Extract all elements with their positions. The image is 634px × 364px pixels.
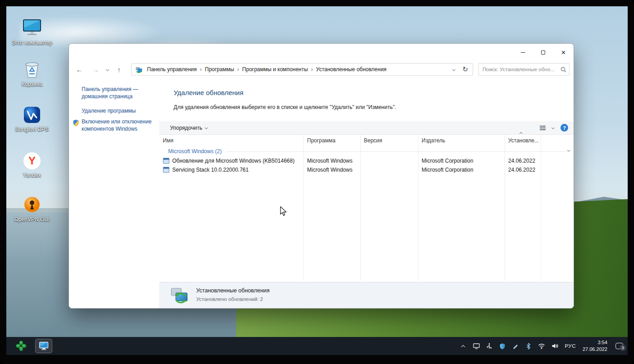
column-name[interactable]: Имя xyxy=(159,135,303,146)
chevron-up-icon xyxy=(461,345,465,348)
update-item-icon xyxy=(163,167,170,173)
update-installed-date: 24.06.2022 xyxy=(508,165,540,174)
minimize-button[interactable] xyxy=(513,44,533,61)
chevron-down-icon xyxy=(106,68,109,71)
update-version xyxy=(364,165,415,174)
column-installed[interactable]: Установле... xyxy=(505,135,541,146)
refresh-button[interactable]: ↻ xyxy=(462,65,468,73)
taskbar-app-control-panel[interactable] xyxy=(35,339,52,353)
clock-time: 3:54 xyxy=(598,340,607,345)
update-name: Servicing Stack 10.0.22000.761 xyxy=(172,167,248,173)
desktop-icon-label: Yandex xyxy=(23,172,41,179)
breadcrumb[interactable]: Панель управления › Программы › Программ… xyxy=(131,63,473,76)
recycle-bin-icon xyxy=(22,59,42,79)
desktop-icon-this-pc[interactable]: Этот компьютер xyxy=(10,18,54,46)
caption-buttons xyxy=(513,44,574,61)
organize-button[interactable]: Упорядочить xyxy=(166,123,211,133)
help-button[interactable]: ? xyxy=(560,124,568,132)
desktop-icon-recycle-bin[interactable]: Корзина xyxy=(10,59,54,88)
breadcrumb-item[interactable]: Установленные обновления xyxy=(313,66,389,73)
bluetooth-tray-icon[interactable] xyxy=(524,340,533,352)
chevron-down-icon xyxy=(205,126,208,129)
close-button[interactable] xyxy=(553,44,574,61)
update-item-icon xyxy=(163,158,170,164)
installed-updates-icon xyxy=(135,66,142,73)
usb-tray-icon[interactable] xyxy=(485,340,493,352)
sidebar: Панель управления — домашняя страница Уд… xyxy=(69,78,159,309)
bongiovi-dps-icon xyxy=(23,105,41,124)
screen: Этот компьютер Корзина Bongiovi DPS Y xyxy=(0,0,634,364)
group-header[interactable]: Microsoft Windows (2) xyxy=(159,146,574,156)
column-program[interactable]: Программа xyxy=(303,135,360,146)
taskbar: РУС 3:54 27.06.2022 3 xyxy=(6,337,628,355)
forward-icon: → xyxy=(92,66,99,73)
status-bar: Установленные обновления Установлено обн… xyxy=(159,282,574,309)
breadcrumb-item[interactable]: Панель управления xyxy=(144,66,199,73)
command-bar: Упорядочить ? xyxy=(159,121,574,135)
display-tray-icon[interactable] xyxy=(472,340,480,352)
language-indicator[interactable]: РУС xyxy=(564,343,577,349)
back-button[interactable]: ← xyxy=(74,64,85,75)
status-title: Установленные обновления xyxy=(196,287,270,294)
column-version[interactable]: Версия xyxy=(360,135,418,146)
minimize-icon xyxy=(521,52,525,53)
update-program: Microsoft Windows xyxy=(307,165,358,174)
wifi-icon[interactable] xyxy=(538,340,546,352)
address-dropdown-icon[interactable] xyxy=(452,68,455,71)
control-panel-app-icon xyxy=(39,341,49,350)
page-description: Для удаления обновления выберите его в с… xyxy=(174,104,396,110)
search-box[interactable] xyxy=(478,63,570,76)
organize-label: Упорядочить xyxy=(170,125,202,131)
this-pc-icon xyxy=(22,18,42,38)
desktop-icon-label: OpenVPN GUI xyxy=(14,216,50,223)
back-icon: ← xyxy=(76,66,83,73)
sidebar-item-uninstall-program[interactable]: Удаление программы xyxy=(82,108,154,115)
installed-updates-large-icon xyxy=(170,287,189,305)
search-input[interactable] xyxy=(482,67,560,72)
update-installed-date: 24.06.2022 xyxy=(508,156,540,165)
volume-icon[interactable] xyxy=(551,340,559,352)
desktop-icon-label: Корзина xyxy=(22,81,42,88)
maximize-icon xyxy=(541,50,545,55)
sidebar-item-windows-features[interactable]: Включение или отключение компонентов Win… xyxy=(82,118,154,132)
recent-locations-button[interactable] xyxy=(103,64,111,75)
up-icon: ↑ xyxy=(117,66,121,73)
stylus-tray-icon[interactable] xyxy=(511,340,519,352)
group-header-label[interactable]: Microsoft Windows (2) xyxy=(168,148,222,155)
start-button[interactable] xyxy=(14,339,29,353)
maximize-button[interactable] xyxy=(533,44,553,61)
update-publisher: Microsoft Corporation xyxy=(422,165,502,174)
update-program: Microsoft Windows xyxy=(307,156,358,165)
close-icon xyxy=(561,49,566,56)
update-name: Обновление для Microsoft Windows (KB5014… xyxy=(172,158,294,164)
forward-button[interactable]: → xyxy=(90,64,101,75)
title-bar[interactable] xyxy=(69,44,574,61)
sidebar-item-home[interactable]: Панель управления — домашняя страница xyxy=(82,86,154,100)
update-row[interactable]: Servicing Stack 10.0.22000.761 Microsoft… xyxy=(159,165,574,174)
uac-shield-icon xyxy=(73,119,79,126)
notification-center-button[interactable]: 3 xyxy=(613,340,625,352)
search-icon xyxy=(560,67,566,73)
view-options-icon[interactable] xyxy=(551,126,555,129)
list-view-button[interactable] xyxy=(540,126,546,130)
desktop-icon-bongiovi-dps[interactable]: Bongiovi DPS xyxy=(10,105,54,133)
clock-date: 27.06.2022 xyxy=(583,346,607,352)
breadcrumb-item[interactable]: Программы и компоненты xyxy=(239,66,311,73)
up-button[interactable]: ↑ xyxy=(113,64,125,75)
update-row[interactable]: Обновление для Microsoft Windows (KB5014… xyxy=(159,156,574,165)
hidden-icons-button[interactable] xyxy=(459,340,467,352)
column-publisher[interactable]: Издатель xyxy=(418,135,505,146)
defender-shield-icon[interactable] xyxy=(498,340,506,352)
update-publisher: Microsoft Corporation xyxy=(422,156,502,165)
desktop-icon-openvpn[interactable]: OpenVPN GUI xyxy=(10,196,54,223)
yandex-icon: Y xyxy=(23,151,41,170)
openvpn-icon xyxy=(22,196,42,214)
column-headers: Имя Программа Версия Издатель Установле.… xyxy=(159,135,574,146)
clock[interactable]: 3:54 27.06.2022 xyxy=(582,339,608,353)
update-version xyxy=(364,156,415,165)
breadcrumb-item[interactable]: Программы xyxy=(202,66,237,73)
page-title: Удаление обновления xyxy=(174,89,243,96)
start-clover-icon xyxy=(16,341,27,351)
desktop-icon-yandex[interactable]: Y Yandex xyxy=(10,151,54,179)
control-panel-window: ← → ↑ Панель управления › Программы › Пр… xyxy=(69,43,574,309)
